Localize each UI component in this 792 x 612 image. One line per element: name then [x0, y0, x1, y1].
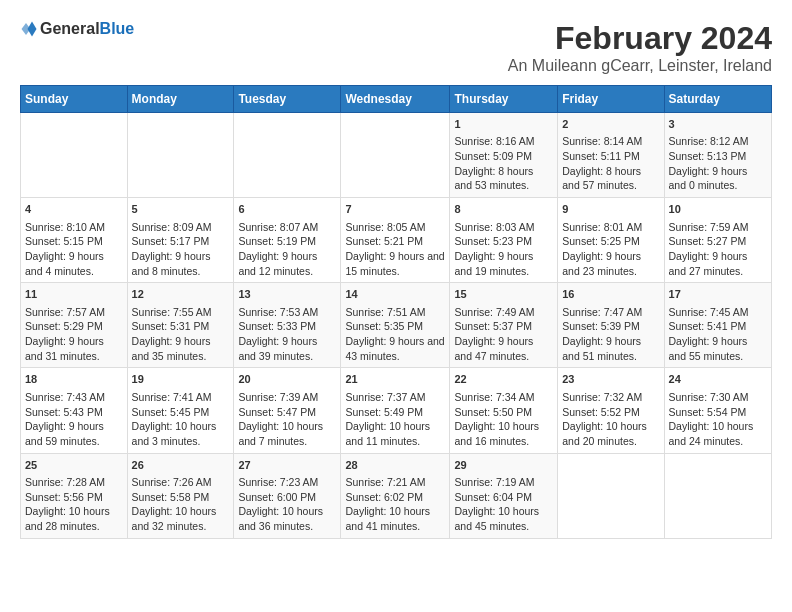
day-info: Sunset: 5:23 PM — [454, 234, 553, 249]
day-info: Sunrise: 7:39 AM — [238, 390, 336, 405]
calendar-day-header: Sunday — [21, 86, 128, 113]
calendar-cell: 7Sunrise: 8:05 AMSunset: 5:21 PMDaylight… — [341, 198, 450, 283]
day-number: 29 — [454, 458, 553, 473]
day-info: Sunset: 5:19 PM — [238, 234, 336, 249]
day-info: Sunset: 5:25 PM — [562, 234, 659, 249]
day-number: 11 — [25, 287, 123, 302]
day-info: Daylight: 10 hours and 36 minutes. — [238, 504, 336, 533]
calendar-day-header: Wednesday — [341, 86, 450, 113]
calendar-cell: 24Sunrise: 7:30 AMSunset: 5:54 PMDayligh… — [664, 368, 771, 453]
day-info: Sunrise: 8:07 AM — [238, 220, 336, 235]
calendar-cell: 14Sunrise: 7:51 AMSunset: 5:35 PMDayligh… — [341, 283, 450, 368]
day-number: 27 — [238, 458, 336, 473]
day-info: Sunset: 5:15 PM — [25, 234, 123, 249]
day-info: Daylight: 9 hours and 51 minutes. — [562, 334, 659, 363]
calendar-cell: 5Sunrise: 8:09 AMSunset: 5:17 PMDaylight… — [127, 198, 234, 283]
day-info: Sunset: 5:45 PM — [132, 405, 230, 420]
day-info: Daylight: 9 hours and 55 minutes. — [669, 334, 767, 363]
calendar-cell: 19Sunrise: 7:41 AMSunset: 5:45 PMDayligh… — [127, 368, 234, 453]
calendar-cell: 27Sunrise: 7:23 AMSunset: 6:00 PMDayligh… — [234, 453, 341, 538]
day-info: Sunrise: 7:59 AM — [669, 220, 767, 235]
day-info: Sunset: 5:43 PM — [25, 405, 123, 420]
day-info: Daylight: 9 hours and 43 minutes. — [345, 334, 445, 363]
day-number: 15 — [454, 287, 553, 302]
calendar-cell — [234, 113, 341, 198]
calendar-cell: 29Sunrise: 7:19 AMSunset: 6:04 PMDayligh… — [450, 453, 558, 538]
logo-icon — [20, 20, 38, 38]
day-info: Sunrise: 7:21 AM — [345, 475, 445, 490]
calendar-cell: 13Sunrise: 7:53 AMSunset: 5:33 PMDayligh… — [234, 283, 341, 368]
calendar-cell: 25Sunrise: 7:28 AMSunset: 5:56 PMDayligh… — [21, 453, 128, 538]
day-info: Daylight: 10 hours and 7 minutes. — [238, 419, 336, 448]
day-info: Sunrise: 8:01 AM — [562, 220, 659, 235]
calendar-cell: 20Sunrise: 7:39 AMSunset: 5:47 PMDayligh… — [234, 368, 341, 453]
day-info: Sunset: 5:35 PM — [345, 319, 445, 334]
day-info: Sunset: 6:02 PM — [345, 490, 445, 505]
day-info: Sunrise: 7:26 AM — [132, 475, 230, 490]
day-info: Sunset: 5:31 PM — [132, 319, 230, 334]
calendar-day-header: Saturday — [664, 86, 771, 113]
day-info: Sunrise: 7:41 AM — [132, 390, 230, 405]
day-number: 17 — [669, 287, 767, 302]
day-info: Sunset: 5:49 PM — [345, 405, 445, 420]
day-number: 23 — [562, 372, 659, 387]
day-number: 18 — [25, 372, 123, 387]
calendar-cell — [341, 113, 450, 198]
day-info: Daylight: 10 hours and 11 minutes. — [345, 419, 445, 448]
day-info: Daylight: 9 hours and 12 minutes. — [238, 249, 336, 278]
day-info: Daylight: 9 hours and 59 minutes. — [25, 419, 123, 448]
page-title: February 2024 — [508, 20, 772, 57]
day-info: Sunrise: 7:34 AM — [454, 390, 553, 405]
day-info: Sunrise: 7:49 AM — [454, 305, 553, 320]
day-info: Sunset: 5:39 PM — [562, 319, 659, 334]
day-info: Daylight: 10 hours and 20 minutes. — [562, 419, 659, 448]
day-number: 4 — [25, 202, 123, 217]
day-info: Daylight: 9 hours and 19 minutes. — [454, 249, 553, 278]
calendar-cell: 10Sunrise: 7:59 AMSunset: 5:27 PMDayligh… — [664, 198, 771, 283]
day-info: Daylight: 9 hours and 47 minutes. — [454, 334, 553, 363]
calendar-cell: 9Sunrise: 8:01 AMSunset: 5:25 PMDaylight… — [558, 198, 664, 283]
day-number: 24 — [669, 372, 767, 387]
calendar-week-row: 25Sunrise: 7:28 AMSunset: 5:56 PMDayligh… — [21, 453, 772, 538]
day-info: Sunset: 5:27 PM — [669, 234, 767, 249]
day-info: Daylight: 10 hours and 45 minutes. — [454, 504, 553, 533]
day-info: Daylight: 8 hours and 57 minutes. — [562, 164, 659, 193]
calendar-cell: 6Sunrise: 8:07 AMSunset: 5:19 PMDaylight… — [234, 198, 341, 283]
calendar-cell: 12Sunrise: 7:55 AMSunset: 5:31 PMDayligh… — [127, 283, 234, 368]
day-info: Sunset: 5:58 PM — [132, 490, 230, 505]
calendar-cell: 4Sunrise: 8:10 AMSunset: 5:15 PMDaylight… — [21, 198, 128, 283]
day-info: Daylight: 10 hours and 3 minutes. — [132, 419, 230, 448]
day-info: Sunset: 5:54 PM — [669, 405, 767, 420]
day-info: Sunrise: 7:51 AM — [345, 305, 445, 320]
calendar-day-header: Tuesday — [234, 86, 341, 113]
day-number: 12 — [132, 287, 230, 302]
calendar-cell — [558, 453, 664, 538]
day-info: Sunrise: 7:23 AM — [238, 475, 336, 490]
day-info: Sunset: 5:47 PM — [238, 405, 336, 420]
day-info: Sunrise: 7:37 AM — [345, 390, 445, 405]
day-number: 8 — [454, 202, 553, 217]
day-info: Sunset: 5:13 PM — [669, 149, 767, 164]
day-info: Sunset: 5:56 PM — [25, 490, 123, 505]
day-info: Daylight: 8 hours and 53 minutes. — [454, 164, 553, 193]
day-info: Sunset: 5:52 PM — [562, 405, 659, 420]
calendar-cell: 11Sunrise: 7:57 AMSunset: 5:29 PMDayligh… — [21, 283, 128, 368]
calendar-day-header: Thursday — [450, 86, 558, 113]
day-number: 22 — [454, 372, 553, 387]
day-info: Sunrise: 8:03 AM — [454, 220, 553, 235]
day-info: Sunrise: 8:14 AM — [562, 134, 659, 149]
day-number: 9 — [562, 202, 659, 217]
day-info: Daylight: 10 hours and 16 minutes. — [454, 419, 553, 448]
day-info: Daylight: 9 hours and 4 minutes. — [25, 249, 123, 278]
day-number: 20 — [238, 372, 336, 387]
day-info: Sunrise: 7:30 AM — [669, 390, 767, 405]
calendar-week-row: 4Sunrise: 8:10 AMSunset: 5:15 PMDaylight… — [21, 198, 772, 283]
logo-blue-text: Blue — [100, 20, 135, 38]
calendar-cell: 28Sunrise: 7:21 AMSunset: 6:02 PMDayligh… — [341, 453, 450, 538]
calendar-day-header: Friday — [558, 86, 664, 113]
logo-general-text: General — [40, 20, 100, 38]
day-number: 2 — [562, 117, 659, 132]
day-info: Daylight: 9 hours and 39 minutes. — [238, 334, 336, 363]
day-info: Daylight: 9 hours and 35 minutes. — [132, 334, 230, 363]
day-info: Sunset: 6:04 PM — [454, 490, 553, 505]
